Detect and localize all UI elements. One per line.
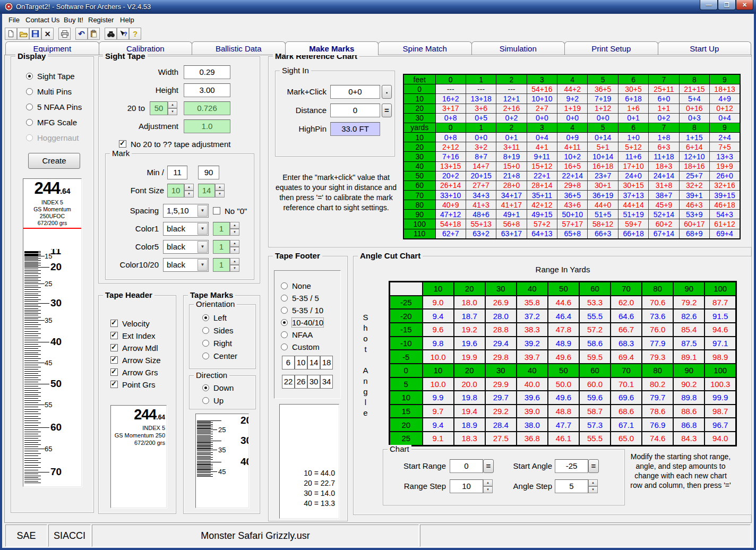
custom-distance-input[interactable]: 10: [295, 356, 307, 369]
menu-register[interactable]: Register: [86, 15, 116, 24]
distance-input[interactable]: 0: [330, 104, 380, 117]
radio-multi-pins[interactable]: Multi Pins: [26, 87, 72, 96]
create-button[interactable]: Create: [28, 153, 80, 169]
font-size-2-input[interactable]: 14: [198, 184, 215, 197]
radio-5-35-5[interactable]: 5-35 / 5: [281, 294, 319, 302]
angle-step-spinner[interactable]: ▲▼: [588, 479, 598, 493]
color1020-width-input[interactable]: 1: [213, 258, 230, 272]
mark-click-input[interactable]: 0+0: [330, 85, 380, 99]
tab-make-marks[interactable]: Make Marks: [285, 41, 379, 55]
menu-help[interactable]: Help: [118, 15, 136, 24]
color5-width-input[interactable]: 1: [213, 240, 230, 254]
no-zero-checkbox[interactable]: No "0": [213, 207, 247, 215]
radio-nfaa[interactable]: NFAA: [281, 330, 313, 339]
custom-distance-input[interactable]: 26: [295, 375, 307, 389]
paste-button[interactable]: [88, 28, 100, 40]
radio-none[interactable]: None: [281, 281, 311, 290]
tab-ballistic-data[interactable]: Ballistic Data: [192, 41, 286, 55]
tab-spine-match[interactable]: Spine Match: [378, 41, 472, 55]
dot-button[interactable]: .: [382, 85, 392, 99]
font-size-1-spinner[interactable]: ▲▼: [184, 184, 194, 197]
arrow-mdl-checkbox[interactable]: Arrow Mdl: [110, 343, 158, 352]
velocity-checkbox[interactable]: Velocity: [110, 319, 150, 328]
no-adjust-checkbox[interactable]: No 20 to ?? tape adjustment: [119, 140, 230, 148]
new-button[interactable]: [5, 28, 17, 40]
radio-sight-tape[interactable]: Sight Tape: [26, 72, 75, 80]
equals-button[interactable]: =: [382, 104, 392, 117]
ext-index-checkbox[interactable]: Ext Index: [110, 331, 156, 340]
start-angle-input[interactable]: -25: [555, 459, 588, 473]
angle-cut-cell: 44.6: [548, 296, 579, 310]
radio-5-35-10[interactable]: 5-35 / 10: [281, 306, 323, 314]
ruler-tick: [24, 481, 38, 482]
arrow-size-checkbox[interactable]: Arrow Size: [110, 356, 161, 364]
radio-up[interactable]: Up: [202, 396, 224, 405]
radio-custom[interactable]: Custom: [281, 342, 320, 351]
height-input[interactable]: 3.00: [184, 83, 230, 97]
chevron-down-icon[interactable]: ▼: [197, 223, 208, 235]
undo-button[interactable]: ↶: [75, 28, 88, 40]
angle-cut-row-header: -20: [390, 309, 423, 323]
font-size-2-spinner[interactable]: ▲▼: [215, 184, 225, 197]
save-button[interactable]: [29, 28, 41, 40]
print-button[interactable]: [58, 28, 71, 40]
mark-max-input[interactable]: 90: [198, 166, 219, 179]
tab-start-up[interactable]: Start Up: [658, 41, 752, 55]
radio-down[interactable]: Down: [202, 383, 234, 392]
radio-icon: [281, 319, 288, 326]
color1020-width-spinner[interactable]: ▲▼: [230, 258, 239, 272]
ruler-tick: [197, 451, 211, 451]
twenty-to-spinner[interactable]: ▲▼: [168, 101, 177, 115]
color5-width-spinner[interactable]: ▲▼: [230, 240, 239, 254]
point-grs-checkbox[interactable]: Point Grs: [110, 380, 156, 389]
close-button[interactable]: ✕: [736, 0, 753, 10]
menu-contact-us[interactable]: Contact Us: [23, 15, 62, 24]
custom-distance-input[interactable]: 18: [320, 356, 333, 369]
angle-step-input[interactable]: 5: [555, 479, 588, 493]
tab-simulation[interactable]: Simulation: [471, 41, 565, 55]
radio-mfg-scale[interactable]: MFG Scale: [26, 118, 77, 126]
color1-width-input[interactable]: 1: [213, 222, 230, 236]
menu-file[interactable]: File: [6, 15, 22, 24]
color1-dropdown[interactable]: black▼: [163, 222, 209, 236]
mark-ref-cell: 0+8: [435, 133, 466, 142]
open-button[interactable]: [17, 28, 29, 40]
custom-distance-input[interactable]: 30: [307, 375, 320, 389]
mark-ref-row-header: 30: [403, 152, 435, 161]
custom-distance-input[interactable]: 6: [282, 356, 295, 369]
menu-buy-it[interactable]: Buy It!: [62, 15, 85, 24]
radio-right[interactable]: Right: [202, 339, 232, 347]
twenty-to-input[interactable]: 50: [150, 101, 168, 115]
width-input[interactable]: 0.29: [184, 65, 230, 79]
chevron-down-icon[interactable]: ▼: [197, 241, 208, 253]
mark-min-input[interactable]: 11: [167, 166, 187, 179]
angle-cut-cell: 38.0: [517, 418, 548, 432]
arrow-grs-checkbox[interactable]: Arrow Grs: [110, 368, 158, 376]
context-help-button[interactable]: ?: [117, 28, 129, 40]
angle-equals-button[interactable]: =: [588, 459, 599, 473]
maximize-button[interactable]: ❐: [718, 0, 736, 10]
start-range-input[interactable]: 0: [450, 459, 483, 473]
radio-5-nfaa-pins[interactable]: 5 NFAA Pins: [26, 102, 82, 111]
custom-distance-input[interactable]: 34: [320, 375, 333, 389]
minimize-button[interactable]: —: [700, 0, 718, 10]
spacing-dropdown[interactable]: 1,5,10▼: [163, 204, 209, 218]
color1-width-spinner[interactable]: ▲▼: [230, 222, 239, 236]
delete-button[interactable]: ✕: [41, 28, 54, 40]
tab-print-setup[interactable]: Print Setup: [564, 41, 658, 55]
find-button[interactable]: [105, 28, 117, 40]
font-size-1-input[interactable]: 10: [167, 184, 184, 197]
radio-center[interactable]: Center: [202, 351, 237, 360]
chevron-down-icon[interactable]: ▼: [197, 259, 208, 271]
range-step-input[interactable]: 10: [450, 479, 483, 493]
radio-10-40-10[interactable]: 10-40/10: [281, 318, 323, 326]
radio-sides[interactable]: Sides: [202, 326, 234, 334]
color5-dropdown[interactable]: black▼: [163, 240, 209, 254]
radio-left[interactable]: Left: [202, 313, 227, 322]
chevron-down-icon[interactable]: ▼: [197, 205, 208, 217]
custom-distance-input[interactable]: 22: [282, 375, 295, 389]
custom-distance-input[interactable]: 14: [307, 356, 320, 369]
help-button[interactable]: ?: [129, 28, 141, 40]
mark-ref-cell: 4+11: [557, 142, 588, 152]
color1020-dropdown[interactable]: black▼: [163, 258, 209, 272]
